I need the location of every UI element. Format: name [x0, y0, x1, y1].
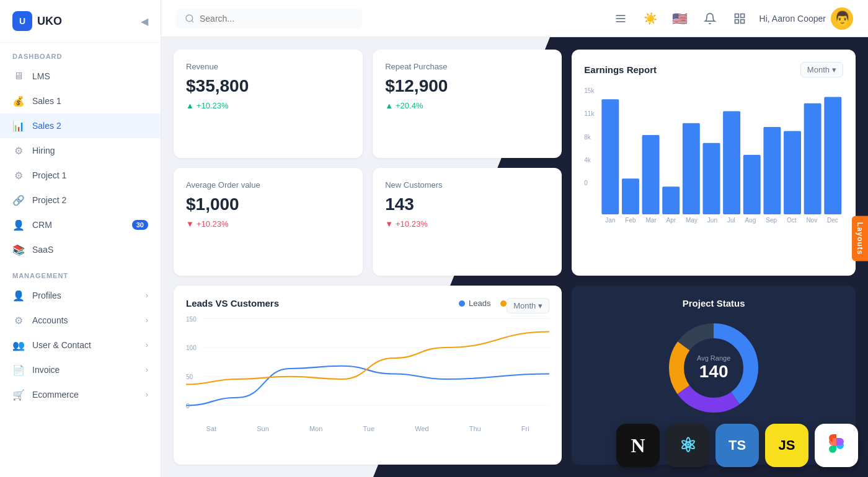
sidebar-item-user-contact[interactable]: 👥 User & Contact › — [0, 333, 161, 357]
svg-rect-9 — [602, 99, 619, 214]
sidebar-item-invoice[interactable]: 📄 Invoice › — [0, 357, 161, 382]
customers-label: New Customers — [385, 180, 549, 190]
earnings-card: Earnings Report Month ▾ 15k11k8k4k0 — [572, 50, 856, 276]
svg-point-0 — [186, 15, 193, 22]
typescript-icon[interactable]: TS — [715, 424, 759, 467]
svg-rect-19 — [804, 103, 822, 214]
lms-icon: 🖥 — [12, 70, 25, 82]
sidebar-item-label: Hiring — [32, 146, 55, 155]
sidebar-item-label: Ecommerce — [32, 390, 79, 400]
sidebar-item-project2[interactable]: 🔗 Project 2 — [0, 188, 161, 212]
svg-rect-6 — [740, 14, 744, 17]
leads-dot — [459, 300, 465, 307]
menu-icon[interactable] — [611, 9, 631, 28]
sidebar-item-sales2[interactable]: 📊 Sales 2 — [0, 113, 161, 138]
chevron-right-icon: › — [146, 365, 148, 374]
sidebar-item-ecommerce[interactable]: 🛒 Ecommerce › — [0, 382, 161, 407]
avg-order-value: $1,000 — [186, 195, 350, 214]
svg-text:50: 50 — [186, 374, 193, 380]
figma-icon[interactable] — [815, 424, 858, 467]
avg-change-value: +10.23% — [197, 219, 229, 229]
customers-dot — [500, 300, 507, 307]
sidebar-item-label: Accounts — [32, 315, 68, 325]
app-name: UKO — [37, 15, 62, 28]
sidebar-item-lms[interactable]: 🖥 LMS — [0, 64, 161, 89]
revenue-change-value: +10.23% — [197, 101, 229, 110]
svg-text:0: 0 — [186, 403, 190, 409]
svg-rect-5 — [735, 14, 738, 17]
content-area: Revenue $35,800 ▲ +10.23% Repeat Purchas… — [161, 37, 868, 477]
topbar: ☀️ 🇺🇸 Hi, Aaron Cooper 👨 — [161, 0, 868, 37]
logo-icon: U — [12, 11, 32, 31]
y-axis: 15k11k8k4k0 — [584, 87, 598, 199]
svg-rect-20 — [825, 97, 842, 214]
leads-chart-card: Leads VS Customers Leads Customers — [174, 286, 562, 465]
dashboard-grid: Revenue $35,800 ▲ +10.23% Repeat Purchas… — [161, 37, 868, 477]
up-arrow-icon: ▲ — [385, 101, 393, 110]
repeat-label: Repeat Purchase — [385, 62, 549, 71]
project-status-title: Project Status — [683, 298, 745, 309]
leads-filter[interactable]: Month ▾ — [507, 298, 549, 313]
svg-rect-13 — [683, 123, 700, 214]
crm-badge: 30 — [132, 220, 148, 230]
leads-title: Leads VS Customers — [186, 298, 279, 309]
avg-order-card: Average Order value $1,000 ▼ +10.23% — [174, 168, 363, 276]
sidebar-item-label: Profiles — [32, 291, 61, 300]
collapse-button[interactable]: ◀ — [141, 15, 148, 27]
sidebar-item-label: Project 1 — [32, 170, 66, 180]
earnings-chart-area: 15k11k8k4k0 JanFebMarAprMayJunJulAugSepO… — [584, 87, 843, 224]
customers-change: ▼ +10.23% — [385, 219, 549, 229]
javascript-icon[interactable]: JS — [765, 424, 808, 467]
x-axis-labels: JanFebMarAprMayJunJulAugSepOctNovDec — [600, 217, 843, 224]
hiring-icon: ⚙ — [12, 144, 25, 157]
topbar-right: ☀️ 🇺🇸 Hi, Aaron Cooper 👨 — [611, 7, 853, 30]
search-input[interactable] — [200, 14, 324, 24]
sidebar-item-hiring[interactable]: ⚙ Hiring — [0, 138, 161, 163]
crm-icon: 👤 — [12, 219, 25, 231]
svg-rect-15 — [724, 111, 741, 214]
section-management: MANAGEMENT — [0, 262, 161, 283]
sidebar-item-profiles[interactable]: 👤 Profiles › — [0, 283, 161, 308]
avg-order-change: ▼ +10.23% — [186, 219, 350, 229]
section-dashboard: DASHBOARD — [0, 43, 161, 64]
customers-value: 143 — [385, 195, 549, 214]
svg-rect-8 — [740, 19, 744, 23]
sidebar-item-saas[interactable]: 📚 SaaS — [0, 237, 161, 262]
revenue-value: $35,800 — [186, 76, 350, 96]
earnings-filter[interactable]: Month ▾ — [800, 62, 843, 77]
user-greeting: Hi, Aaron Cooper — [760, 14, 826, 24]
react-icon[interactable]: ⚛ — [666, 424, 709, 467]
repeat-purchase-card: Repeat Purchase $12,900 ▲ +20.4% — [373, 50, 562, 158]
leads-controls: Leads Customers Month ▾ — [459, 299, 549, 308]
donut-center: Avg Range 140 — [697, 354, 730, 382]
sidebar-item-crm[interactable]: 👤 CRM 30 — [0, 212, 161, 237]
sidebar-logo: U UKO ◀ — [0, 0, 161, 43]
nextjs-icon[interactable]: N — [616, 424, 660, 467]
sidebar-item-label: Sales 1 — [32, 96, 61, 106]
sidebar-item-accounts[interactable]: ⚙ Accounts › — [0, 308, 161, 333]
svg-rect-10 — [622, 178, 639, 214]
sidebar-item-label: User & Contact — [32, 340, 91, 350]
svg-rect-18 — [784, 131, 801, 214]
sidebar-item-label: Invoice — [32, 365, 60, 375]
svg-text:100: 100 — [186, 344, 197, 351]
layouts-tab[interactable]: Layouts — [852, 216, 868, 261]
search-bar[interactable] — [176, 9, 362, 28]
repeat-change-value: +20.4% — [396, 101, 423, 110]
language-selector[interactable]: 🇺🇸 — [670, 9, 690, 28]
theme-toggle[interactable]: ☀️ — [640, 9, 660, 28]
sidebar-item-sales1[interactable]: 💰 Sales 1 — [0, 89, 161, 113]
up-arrow-icon: ▲ — [186, 101, 194, 110]
svg-rect-11 — [642, 135, 660, 214]
user-contact-icon: 👥 — [12, 339, 25, 351]
notification-bell[interactable] — [700, 9, 720, 28]
search-icon — [185, 14, 195, 24]
svg-rect-16 — [743, 155, 761, 214]
chevron-right-icon: › — [146, 390, 148, 399]
svg-rect-12 — [663, 186, 680, 214]
user-profile[interactable]: Hi, Aaron Cooper 👨 — [760, 7, 853, 30]
sidebar-item-project1[interactable]: ⚙ Project 1 — [0, 163, 161, 188]
apps-grid[interactable] — [730, 9, 750, 28]
invoice-icon: 📄 — [12, 364, 25, 376]
main-panel: ☀️ 🇺🇸 Hi, Aaron Cooper 👨 — [161, 0, 868, 477]
